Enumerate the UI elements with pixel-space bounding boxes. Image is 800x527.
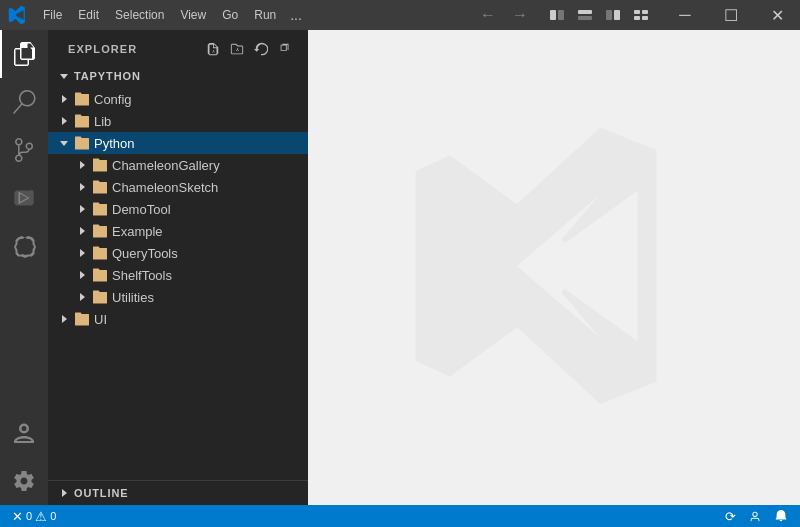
layout-btn-1[interactable] xyxy=(544,0,570,30)
app-icon xyxy=(0,0,35,30)
activity-bar xyxy=(0,30,48,505)
tree-item-chameleongallery[interactable]: ChameleonGallery xyxy=(48,154,308,176)
outline-section: OUTLINE xyxy=(48,480,308,505)
close-button[interactable]: ✕ xyxy=(754,0,800,30)
menu-run[interactable]: Run xyxy=(246,0,284,30)
tree-item-example[interactable]: Example xyxy=(48,220,308,242)
svg-rect-3 xyxy=(578,16,592,20)
bell-icon xyxy=(774,509,788,523)
querytools-chevron xyxy=(74,245,90,261)
minimize-button[interactable]: ─ xyxy=(662,0,708,30)
status-account[interactable] xyxy=(744,509,766,523)
tree-item-python[interactable]: Python xyxy=(48,132,308,154)
tapython-chevron xyxy=(56,68,72,84)
utilities-folder-icon xyxy=(92,289,108,305)
status-notifications[interactable] xyxy=(770,509,792,523)
activity-accounts[interactable] xyxy=(0,409,48,457)
activity-explorer[interactable] xyxy=(0,30,48,78)
menu-edit[interactable]: Edit xyxy=(70,0,107,30)
title-bar: File Edit Selection View Go Run ... ← → xyxy=(0,0,800,30)
svg-rect-5 xyxy=(614,10,620,20)
nav-controls: ← → xyxy=(472,0,536,30)
explorer-label: Explorer xyxy=(68,43,137,55)
tree-item-shelftools[interactable]: ShelfTools xyxy=(48,264,308,286)
sidebar-header-actions xyxy=(202,38,296,60)
menu-selection[interactable]: Selection xyxy=(107,0,172,30)
tree-item-config[interactable]: Config xyxy=(48,88,308,110)
activity-run-debug[interactable] xyxy=(0,174,48,222)
svg-rect-0 xyxy=(550,10,556,20)
sync-icon: ⟳ xyxy=(725,509,736,524)
status-sync[interactable]: ⟳ xyxy=(721,509,740,524)
outline-chevron xyxy=(56,485,72,501)
ui-folder-icon xyxy=(74,311,90,327)
shelftools-label: ShelfTools xyxy=(112,268,172,283)
tree-item-demotool[interactable]: DemoTool xyxy=(48,198,308,220)
chameleongallery-folder-icon xyxy=(92,157,108,173)
activity-source-control[interactable] xyxy=(0,126,48,174)
layout-controls xyxy=(536,0,662,30)
example-folder-icon xyxy=(92,223,108,239)
status-errors[interactable]: ✕ 0 ⚠ 0 xyxy=(8,509,60,524)
menu-view[interactable]: View xyxy=(172,0,214,30)
warning-count: 0 xyxy=(50,510,56,522)
restore-button[interactable]: ☐ xyxy=(708,0,754,30)
svg-rect-1 xyxy=(558,10,564,20)
svg-rect-7 xyxy=(642,10,648,14)
error-icon: ✕ xyxy=(12,509,23,524)
tree-item-querytools[interactable]: QueryTools xyxy=(48,242,308,264)
vscode-watermark xyxy=(404,116,704,419)
tree-item-lib[interactable]: Lib xyxy=(48,110,308,132)
chameleongallery-chevron xyxy=(74,157,90,173)
outline-header[interactable]: OUTLINE xyxy=(48,481,308,505)
python-chevron xyxy=(56,135,72,151)
refresh-button[interactable] xyxy=(250,38,272,60)
ui-label: UI xyxy=(94,312,107,327)
lib-label: Lib xyxy=(94,114,111,129)
menu-more[interactable]: ... xyxy=(284,0,308,30)
sidebar-header: Explorer xyxy=(48,30,308,64)
collapse-all-button[interactable] xyxy=(274,38,296,60)
example-label: Example xyxy=(112,224,163,239)
layout-btn-3[interactable] xyxy=(600,0,626,30)
sidebar-content: TAPYTHON Config xyxy=(48,64,308,480)
example-chevron xyxy=(74,223,90,239)
new-folder-button[interactable] xyxy=(226,38,248,60)
demotool-label: DemoTool xyxy=(112,202,171,217)
tree-item-ui[interactable]: UI xyxy=(48,308,308,330)
chameleonsketch-chevron xyxy=(74,179,90,195)
chameleonsketch-label: ChameleonSketch xyxy=(112,180,218,195)
svg-rect-6 xyxy=(634,10,640,14)
layout-btn-2[interactable] xyxy=(572,0,598,30)
ui-chevron xyxy=(56,311,72,327)
svg-rect-8 xyxy=(634,16,640,20)
tree-item-utilities[interactable]: Utilities xyxy=(48,286,308,308)
main-layout: Explorer xyxy=(0,30,800,505)
nav-back-button[interactable]: ← xyxy=(472,0,504,30)
demotool-folder-icon xyxy=(92,201,108,217)
activity-settings[interactable] xyxy=(0,457,48,505)
shelftools-chevron xyxy=(74,267,90,283)
python-folder-icon xyxy=(74,135,90,151)
activity-extensions[interactable] xyxy=(0,222,48,270)
svg-rect-2 xyxy=(578,10,592,14)
svg-rect-4 xyxy=(606,10,612,20)
nav-forward-button[interactable]: → xyxy=(504,0,536,30)
layout-btn-4[interactable] xyxy=(628,0,654,30)
tapython-label: TAPYTHON xyxy=(74,70,141,82)
status-bar: ✕ 0 ⚠ 0 ⟳ xyxy=(0,505,800,527)
new-file-button[interactable] xyxy=(202,38,224,60)
utilities-label: Utilities xyxy=(112,290,154,305)
activity-search[interactable] xyxy=(0,78,48,126)
shelftools-folder-icon xyxy=(92,267,108,283)
tree-item-chameleonsketch[interactable]: ChameleonSketch xyxy=(48,176,308,198)
querytools-folder-icon xyxy=(92,245,108,261)
config-folder-icon xyxy=(74,91,90,107)
chameleonsketch-folder-icon xyxy=(92,179,108,195)
menu-file[interactable]: File xyxy=(35,0,70,30)
tapython-section-header[interactable]: TAPYTHON xyxy=(48,64,308,88)
menu-go[interactable]: Go xyxy=(214,0,246,30)
sidebar: Explorer xyxy=(48,30,308,505)
python-label: Python xyxy=(94,136,134,151)
outline-label: OUTLINE xyxy=(74,487,128,499)
